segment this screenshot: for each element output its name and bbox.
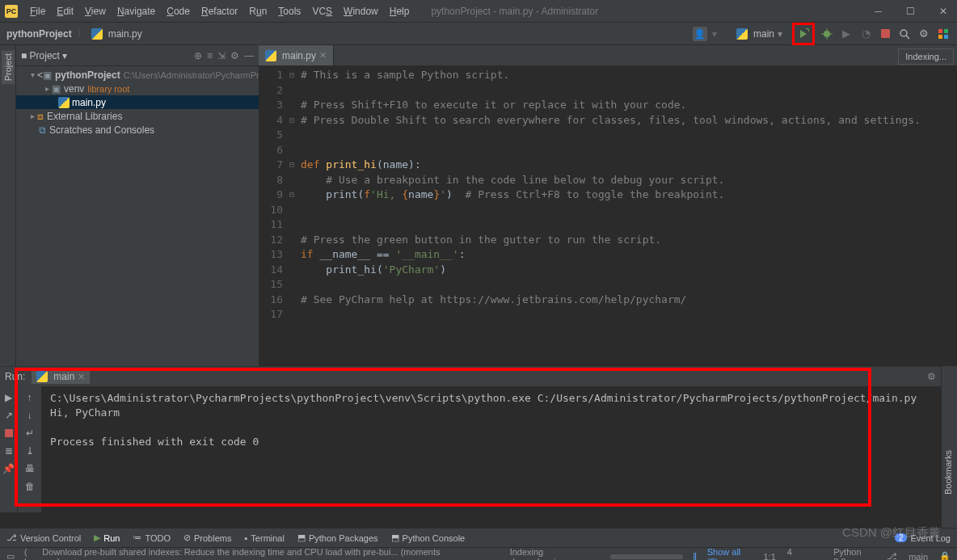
layout-icon[interactable]: ≣ [2,444,15,457]
breadcrumb: pythonProject 〉 main.py [6,27,142,40]
menu-navigate[interactable]: Navigate [112,2,161,20]
collapse-icon[interactable]: ⇲ [217,50,226,61]
menu-tools[interactable]: Tools [272,2,306,20]
editor-tab-label: main.py [282,50,316,61]
expand-all-icon[interactable]: ≡ [207,50,213,61]
window-title: pythonProject - main.py - Administrator [431,6,598,17]
bt-vcs[interactable]: ⎇Version Control [6,533,81,543]
svg-rect-9 [938,35,942,39]
status-icon[interactable]: ▭ [6,551,15,560]
softwrap-icon[interactable]: ↵ [23,427,36,440]
pause-icon[interactable]: ‖ [693,551,698,560]
bt-eventlog[interactable]: 2 Event Log [895,533,951,543]
python-icon [36,371,48,382]
select-opened-icon[interactable]: ⊕ [194,50,202,61]
bt-pycon[interactable]: ⬒Python Console [391,533,466,543]
debug-icon[interactable] [820,27,834,41]
bt-todo[interactable]: ≔TODO [133,533,171,543]
hide-panel-icon[interactable]: — [244,50,254,61]
menu-code[interactable]: Code [161,2,196,20]
tree-venv[interactable]: ▸▣ venv library root [16,82,259,95]
bt-run[interactable]: ▶Run [94,533,120,543]
project-panel-title: ■ Project ▾ [21,50,67,61]
bt-terminal[interactable]: ▪Terminal [244,533,284,543]
run-settings-icon[interactable]: ⚙ [927,371,936,382]
caret-pos[interactable]: 1:1 [763,552,775,561]
rerun-button[interactable]: ▶ [2,391,15,404]
run-config-selector[interactable]: main ▾ [731,27,787,41]
scroll-end-icon[interactable]: ⤓ [23,444,36,457]
tree-scratches[interactable]: ⧉ Scratches and Consoles [16,123,259,137]
stop-icon[interactable] [878,27,892,41]
coverage-icon[interactable]: ▶ [839,27,854,41]
tree-external-libs[interactable]: ▸⧈ External Libraries [16,109,259,123]
branch-name[interactable]: main [909,552,928,561]
menu-refactor[interactable]: Refactor [196,2,243,20]
editor-tab-mainpy[interactable]: main.py ✕ [259,45,334,65]
console-output[interactable]: C:\Users\Administrator\PycharmProjects\p… [42,386,957,512]
bt-pypkg[interactable]: ⬒Python Packages [297,533,378,543]
show-all-link[interactable]: Show all (2) [707,547,754,561]
status-message: Download pre-built shared indexes: Reduc… [42,547,458,561]
indexing-badge: Indexing... [898,48,954,65]
run-panel-label: Run: [5,371,25,382]
crumb-project[interactable]: pythonProject [6,28,72,40]
run-tab[interactable]: main ✕ [32,369,90,384]
menu-help[interactable]: Help [384,2,415,20]
menu-run[interactable]: Run [243,2,272,20]
svg-rect-10 [944,35,948,39]
status-indexing: Indexing dependencies [510,547,601,561]
fold-gutter[interactable]: ⊟ ⊟ ⊟ ⊟ [289,66,301,366]
left-tab-bookmarks[interactable]: Bookmarks [942,447,955,498]
code-editor[interactable]: # This is a sample Python script. # Pres… [301,66,957,366]
close-button[interactable]: ✕ [934,6,952,17]
modify-run-icon[interactable]: ↗ [2,409,15,422]
python-file-icon [265,50,276,61]
clear-icon[interactable]: 🗑 [23,480,36,493]
run-tab-label: main [53,371,74,382]
plugin-icon[interactable] [936,27,951,41]
svg-rect-7 [938,29,942,33]
add-user-icon[interactable]: 👤 [693,27,707,41]
menu-view[interactable]: View [79,2,112,20]
bt-problems[interactable]: ⊘Problems [183,533,231,543]
print-icon[interactable]: 🖶 [23,462,36,475]
minimize-button[interactable]: ─ [870,6,887,17]
branch-icon: ⎇ [887,551,897,560]
rerun-icon[interactable] [796,27,811,41]
tree-mainpy[interactable]: main.py [16,95,259,109]
tree-root[interactable]: ▾< ▣ pythonProject C:\Users\Administrato… [16,68,259,82]
status-balloon-icon[interactable]: ( ) [24,547,32,561]
settings-icon[interactable]: ⚙ [917,27,931,41]
maximize-button[interactable]: ☐ [901,6,920,17]
svg-point-0 [824,31,830,37]
crumb-file[interactable]: main.py [108,28,142,40]
svg-line-6 [906,36,909,39]
pin-icon[interactable]: 📌 [2,462,15,475]
interpreter-info[interactable]: Python 3.8 [833,547,875,561]
panel-settings-icon[interactable]: ⚙ [230,50,239,61]
svg-rect-8 [944,29,948,33]
app-icon: PC [5,5,18,18]
close-tab-icon[interactable]: ✕ [319,50,327,61]
indent-info[interactable]: 4 spaces [787,547,822,561]
progress-bar [610,554,683,559]
menu-edit[interactable]: Edit [51,2,79,20]
rerun-highlight [792,23,815,45]
left-tab-project[interactable]: Project [2,50,15,84]
menu-bar: File Edit View Navigate Code Refactor Ru… [24,2,415,20]
menu-window[interactable]: Window [338,2,384,20]
down-icon[interactable]: ↓ [23,409,36,422]
search-icon[interactable] [897,27,912,41]
menu-file[interactable]: File [24,2,51,20]
python-file-icon [58,97,70,108]
lock-icon[interactable]: 🔒 [939,551,951,560]
run-config-label: main [753,28,774,40]
profile-icon[interactable]: ◔ [858,27,873,41]
python-icon [736,28,748,40]
close-run-tab-icon[interactable]: ✕ [78,372,85,382]
up-icon[interactable]: ↑ [23,391,36,404]
stop-button[interactable] [2,427,15,440]
python-file-icon [91,28,103,40]
menu-vcs[interactable]: VCS [306,2,338,20]
